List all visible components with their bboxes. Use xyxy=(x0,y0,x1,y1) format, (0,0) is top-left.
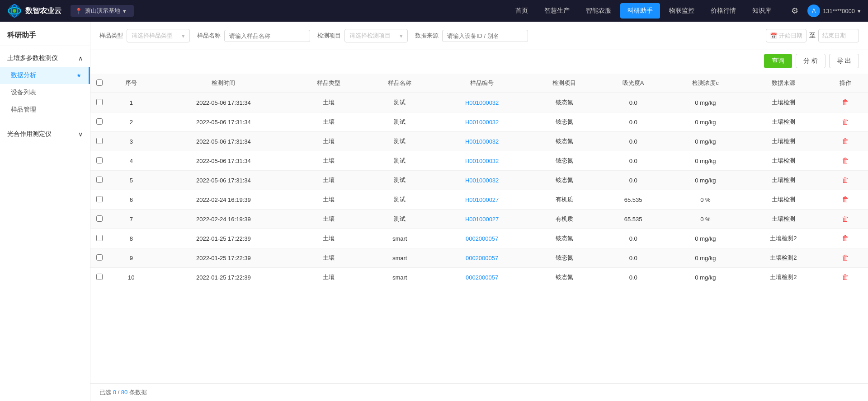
filter-bar: 样品类型 请选择样品类型 ▾ 样品名称 检测项目 请选择检测项目 ▾ 数据来源 xyxy=(90,22,868,50)
row-checkbox[interactable] xyxy=(96,177,103,183)
cell-item: 铵态氮 xyxy=(528,93,599,112)
delete-button[interactable]: 🗑 xyxy=(842,118,849,126)
cell-code[interactable]: H001000032 xyxy=(435,151,528,171)
cell-type: 土壤 xyxy=(293,151,364,171)
cell-source: 土壤检测2 xyxy=(744,268,822,287)
delete-button[interactable]: 🗑 xyxy=(842,157,849,165)
start-date-label: 开始日期 xyxy=(779,32,802,40)
chevron-down-icon: ▾ xyxy=(400,33,403,39)
table-row: 3 2022-05-06 17:31:34 土壤 测试 H001000032 铵… xyxy=(90,132,868,151)
cell-type: 土壤 xyxy=(293,268,364,287)
filter-sample-type: 样品类型 请选择样品类型 ▾ xyxy=(99,29,190,42)
cell-name: 测试 xyxy=(364,190,435,210)
sidebar-item-sample-management[interactable]: 样品管理 xyxy=(0,101,90,118)
row-checkbox-cell xyxy=(90,151,108,171)
sample-type-select[interactable]: 请选择样品类型 ▾ xyxy=(127,29,190,42)
cell-conc: 0 mg/kg xyxy=(667,229,745,248)
delete-button[interactable]: 🗑 xyxy=(842,137,849,145)
cell-item: 铵态氮 xyxy=(528,171,599,190)
filter-detection-item: 检测项目 请选择检测项目 ▾ xyxy=(317,29,408,42)
nav-price[interactable]: 价格行情 xyxy=(703,3,743,19)
table-footer: 已选 0 / 80 条数据 xyxy=(90,383,868,401)
avatar: A xyxy=(807,5,820,17)
row-checkbox[interactable] xyxy=(96,138,103,144)
cell-code[interactable]: 0002000057 xyxy=(435,268,528,287)
cell-id: 5 xyxy=(108,171,154,190)
settings-button[interactable]: ⚙ xyxy=(788,4,802,18)
delete-button[interactable]: 🗑 xyxy=(842,254,849,262)
data-table: 序号 检测时间 样品类型 样品名称 样品编号 检测项目 吸光度A 检测浓度c 数… xyxy=(90,74,868,287)
sidebar-item-data-analysis[interactable]: 数据分析 ★ xyxy=(0,67,90,84)
start-date-input[interactable]: 📅 开始日期 xyxy=(766,29,807,42)
export-button[interactable]: 导 出 xyxy=(829,54,859,68)
row-checkbox-cell xyxy=(90,248,108,268)
row-checkbox[interactable] xyxy=(96,254,103,261)
sidebar-group-photosynthesis-label: 光合作用测定仪 xyxy=(7,130,52,138)
delete-button[interactable]: 🗑 xyxy=(842,196,849,204)
nav-knowledge[interactable]: 知识库 xyxy=(745,3,778,19)
cell-conc: 0 mg/kg xyxy=(667,132,745,151)
sidebar-item-label: 样品管理 xyxy=(11,106,36,114)
cell-source: 土壤检测 xyxy=(744,190,822,210)
row-checkbox[interactable] xyxy=(96,215,103,222)
delete-button[interactable]: 🗑 xyxy=(842,215,849,223)
row-checkbox[interactable] xyxy=(96,157,103,163)
user-menu[interactable]: A 131****0000 ▾ xyxy=(807,5,861,17)
cell-code[interactable]: H001000032 xyxy=(435,132,528,151)
row-checkbox[interactable] xyxy=(96,196,103,202)
cell-code[interactable]: H001000027 xyxy=(435,190,528,210)
row-checkbox-cell xyxy=(90,132,108,151)
cell-code[interactable]: H001000032 xyxy=(435,93,528,112)
sidebar-group-photosynthesis-header[interactable]: 光合作用测定仪 ∨ xyxy=(0,126,90,143)
nav-home[interactable]: 首页 xyxy=(508,3,535,19)
delete-button[interactable]: 🗑 xyxy=(842,176,849,184)
location-selector[interactable]: 📍 萧山演示基地 ▾ xyxy=(71,5,134,17)
cell-abs: 0.0 xyxy=(600,132,667,151)
row-checkbox[interactable] xyxy=(96,118,103,125)
cell-name: 测试 xyxy=(364,132,435,151)
row-checkbox-cell xyxy=(90,190,108,210)
table-row: 6 2022-02-24 16:19:39 土壤 测试 H001000027 有… xyxy=(90,190,868,210)
cell-code[interactable]: 0002000057 xyxy=(435,229,528,248)
select-all-header xyxy=(90,74,108,93)
cell-conc: 0 mg/kg xyxy=(667,268,745,287)
delete-button[interactable]: 🗑 xyxy=(842,98,849,107)
sidebar-group-photosynthesis: 光合作用测定仪 ∨ xyxy=(0,122,90,146)
select-all-checkbox[interactable] xyxy=(96,79,103,86)
logo-text: 数智农业云 xyxy=(25,6,61,16)
cell-id: 6 xyxy=(108,190,154,210)
table-row: 1 2022-05-06 17:31:34 土壤 测试 H001000032 铵… xyxy=(90,93,868,112)
cell-action: 🗑 xyxy=(822,248,868,268)
cell-id: 4 xyxy=(108,151,154,171)
analyze-button[interactable]: 分 析 xyxy=(796,54,826,68)
row-checkbox[interactable] xyxy=(96,99,103,105)
row-checkbox[interactable] xyxy=(96,274,103,280)
delete-button[interactable]: 🗑 xyxy=(842,234,849,242)
nav-research[interactable]: 科研助手 xyxy=(620,3,660,19)
detection-item-select[interactable]: 请选择检测项目 ▾ xyxy=(344,29,408,42)
query-button[interactable]: 查询 xyxy=(764,54,792,68)
sidebar-group-soil-header[interactable]: 土壤多参数检测仪 ∧ xyxy=(0,50,90,67)
footer-label: 条数据 xyxy=(129,389,147,396)
sample-name-input[interactable] xyxy=(224,30,310,42)
col-time: 检测时间 xyxy=(154,74,293,93)
data-source-input[interactable] xyxy=(442,30,528,42)
cell-code[interactable]: H001000032 xyxy=(435,112,528,132)
end-date-input[interactable]: 结束日期 xyxy=(818,29,859,42)
sidebar-item-device-list[interactable]: 设备列表 xyxy=(0,84,90,101)
nav-iot[interactable]: 物联监控 xyxy=(662,3,702,19)
cell-action: 🗑 xyxy=(822,132,868,151)
cell-code[interactable]: H001000027 xyxy=(435,210,528,229)
nav-smart-agri[interactable]: 智能农服 xyxy=(579,3,618,19)
cell-source: 土壤检测 xyxy=(744,151,822,171)
cell-code[interactable]: 0002000057 xyxy=(435,248,528,268)
cell-action: 🗑 xyxy=(822,268,868,287)
cell-item: 铵态氮 xyxy=(528,248,599,268)
nav-smart-production[interactable]: 智慧生产 xyxy=(537,3,577,19)
row-checkbox[interactable] xyxy=(96,235,103,241)
cell-type: 土壤 xyxy=(293,248,364,268)
star-icon[interactable]: ★ xyxy=(76,72,81,79)
data-source-label: 数据来源 xyxy=(415,32,439,40)
cell-code[interactable]: H001000032 xyxy=(435,171,528,190)
delete-button[interactable]: 🗑 xyxy=(842,273,849,281)
